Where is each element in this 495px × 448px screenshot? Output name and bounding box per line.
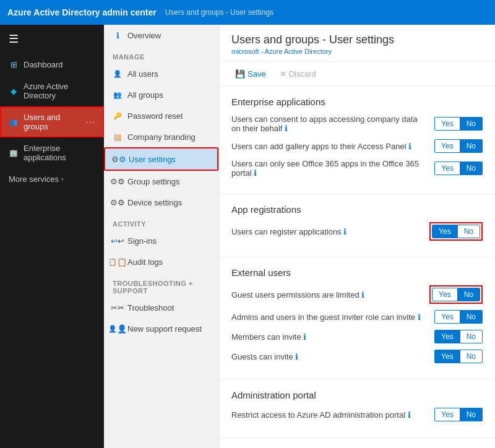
toggle-consent: Yes No <box>434 117 483 131</box>
mid-label-overview: Overview <box>127 31 161 40</box>
toggle-gallery: Yes No <box>434 139 483 153</box>
toggle-guests-invite-yes[interactable]: Yes <box>435 350 460 363</box>
toggle-gallery-no[interactable]: No <box>460 140 482 152</box>
mid-label-device-settings: Device settings <box>127 198 182 207</box>
setting-row-admins-invite: Admins and users in the guest inviter ro… <box>231 310 483 324</box>
section-admin-portal: Administration portal Restrict access to… <box>219 380 495 438</box>
info-icon-office365[interactable]: ℹ <box>254 168 257 178</box>
all-groups-icon <box>113 90 123 100</box>
more-services[interactable]: More services › <box>0 168 104 190</box>
user-settings-icon: ⚙ <box>114 154 124 164</box>
mid-item-device-settings[interactable]: ⚙ Device settings <box>104 192 218 213</box>
sidebar-item-aad[interactable]: Azure Active Directory <box>0 75 104 106</box>
section-label-troubleshooting: TROUBLESHOOTING + SUPPORT <box>104 272 218 297</box>
mid-panel: Overview MANAGE All users All groups Pas… <box>104 25 219 448</box>
info-icon-restrict-access[interactable]: ℹ <box>408 410 411 420</box>
setting-row-office365: Users can only see Office 365 apps in th… <box>231 159 483 178</box>
users-icon <box>9 117 19 127</box>
toggle-admins-invite-yes[interactable]: Yes <box>435 311 460 323</box>
toggle-office365-yes[interactable]: Yes <box>435 162 460 174</box>
mid-item-group-settings[interactable]: ⚙ Group settings <box>104 171 218 192</box>
setting-label-consent: Users can consent to apps accessing comp… <box>231 114 428 133</box>
toolbar: 💾 Save ✕ Discard <box>219 62 495 87</box>
mid-item-user-settings[interactable]: ⚙ User settings <box>104 147 218 171</box>
mid-label-group-settings: Group settings <box>127 177 180 186</box>
company-branding-icon <box>113 132 123 142</box>
toggle-consent-no[interactable]: No <box>460 118 482 130</box>
discard-button[interactable]: ✕ Discard <box>276 67 320 81</box>
mid-label-password-reset: Password reset <box>127 111 183 121</box>
mid-item-troubleshoot[interactable]: ✂ Troubleshoot <box>104 297 218 318</box>
mid-label-troubleshoot: Troubleshoot <box>127 303 174 312</box>
section-title-external-users: External users <box>231 267 483 278</box>
toggle-office365: Yes No <box>434 162 483 175</box>
mid-item-new-support[interactable]: 👤 New support request <box>104 318 218 339</box>
sidebar-item-enterprise[interactable]: Enterprise applications <box>0 137 104 168</box>
mid-item-company-branding[interactable]: Company branding <box>104 126 218 147</box>
toggle-members-invite-no[interactable]: No <box>460 330 482 343</box>
toggle-admins-invite-no[interactable]: No <box>460 311 482 323</box>
section-app-registrations: App registrations Users can register app… <box>219 194 495 257</box>
toggle-restrict-access-yes[interactable]: Yes <box>435 408 460 421</box>
chevron-right-icon: › <box>61 176 63 183</box>
mid-item-all-groups[interactable]: All groups <box>104 84 218 105</box>
mid-label-audit-logs: Audit logs <box>127 257 163 267</box>
content-panel: Users and groups - User settings microso… <box>219 25 495 448</box>
toggle-guest-perms: Yes No <box>432 288 480 301</box>
setting-row-restrict-access: Restrict access to Azure AD administrati… <box>231 408 483 421</box>
setting-label-office365: Users can only see Office 365 apps in th… <box>231 159 428 178</box>
info-icon-admins-invite[interactable]: ℹ <box>418 312 421 322</box>
section-enterprise-apps: Enterprise applications Users can consen… <box>219 87 495 194</box>
mid-item-overview[interactable]: Overview <box>104 25 218 46</box>
toggle-guest-perms-yes[interactable]: Yes <box>433 288 458 301</box>
group-settings-icon: ⚙ <box>113 176 123 186</box>
info-icon-consent[interactable]: ℹ <box>285 124 288 133</box>
save-label: Save <box>248 69 266 79</box>
info-icon-register-apps[interactable]: ℹ <box>343 227 346 236</box>
setting-label-gallery: Users can add gallery apps to their Acce… <box>231 142 428 151</box>
more-dots[interactable]: ⋯ <box>85 116 95 128</box>
overview-icon <box>113 30 123 40</box>
info-icon-gallery[interactable]: ℹ <box>408 142 411 151</box>
toggle-restrict-access-no[interactable]: No <box>460 408 482 421</box>
mid-label-user-settings: User settings <box>129 155 176 164</box>
troubleshoot-icon: ✂ <box>113 303 123 312</box>
section-label-activity: ACTIVITY <box>104 213 218 230</box>
info-icon-guests-invite[interactable]: ℹ <box>295 352 298 361</box>
info-icon-members-invite[interactable]: ℹ <box>303 332 306 342</box>
sidebar-label-enterprise: Enterprise applications <box>24 144 95 162</box>
save-button[interactable]: 💾 Save <box>231 67 270 81</box>
mid-item-audit-logs[interactable]: 📋 Audit logs <box>104 251 218 272</box>
setting-row-members-invite: Members can invite ℹ Yes No <box>231 330 483 343</box>
sidebar-item-dashboard[interactable]: Dashboard <box>0 53 104 75</box>
setting-row-gallery: Users can add gallery apps to their Acce… <box>231 139 483 153</box>
content-header: Users and groups - User settings microso… <box>219 25 495 62</box>
section-title-enterprise-apps: Enterprise applications <box>231 97 483 107</box>
toggle-gallery-yes[interactable]: Yes <box>435 140 460 152</box>
toggle-register-apps-no[interactable]: No <box>458 225 480 238</box>
setting-label-restrict-access: Restrict access to Azure AD administrati… <box>231 410 428 420</box>
toggle-guest-perms-no[interactable]: No <box>458 288 480 301</box>
breadcrumb: microsoft - Azure Active Directory <box>231 48 483 55</box>
mid-item-password-reset[interactable]: Password reset <box>104 105 218 126</box>
setting-row-guests-invite: Guests can invite ℹ Yes No <box>231 350 483 363</box>
more-services-label: More services <box>9 174 59 184</box>
mid-item-sign-ins[interactable]: ↩ Sign-ins <box>104 230 218 251</box>
toggle-admins-invite: Yes No <box>434 310 483 324</box>
sidebar-item-users-groups[interactable]: Users and groups ⋯ <box>0 106 104 137</box>
toggle-office365-no[interactable]: No <box>460 162 482 174</box>
enterprise-icon <box>9 148 19 158</box>
mid-label-all-users: All users <box>127 69 158 79</box>
hamburger-menu[interactable]: ☰ <box>0 25 104 53</box>
sign-ins-icon: ↩ <box>113 236 123 246</box>
save-icon: 💾 <box>235 69 245 79</box>
toggle-consent-yes[interactable]: Yes <box>435 118 460 130</box>
toggle-members-invite-yes[interactable]: Yes <box>435 330 460 343</box>
mid-label-company-branding: Company branding <box>127 132 196 142</box>
toggle-register-apps-yes[interactable]: Yes <box>433 225 458 238</box>
highlight-register-apps: Yes No <box>429 222 483 241</box>
mid-item-all-users[interactable]: All users <box>104 63 218 84</box>
sidebar-label-aad: Azure Active Directory <box>24 82 95 100</box>
toggle-guests-invite-no[interactable]: No <box>460 350 482 363</box>
info-icon-guest-perms[interactable]: ℹ <box>361 290 364 299</box>
